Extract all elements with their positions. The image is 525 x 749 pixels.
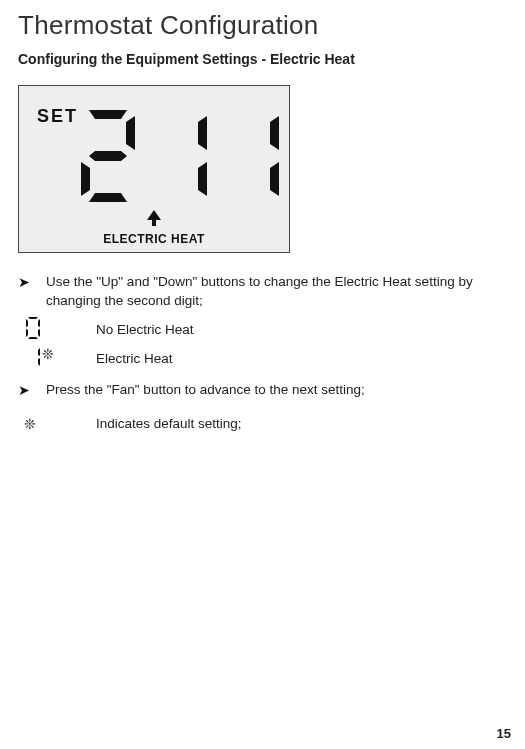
- option-row: No Electric Heat: [26, 317, 507, 342]
- svg-marker-12: [38, 319, 40, 327]
- section-heading: Configuring the Equipment Settings - Ele…: [18, 51, 507, 67]
- page-number: 15: [497, 726, 511, 741]
- digit-2-icon: [81, 110, 135, 202]
- svg-marker-5: [198, 116, 207, 150]
- svg-marker-7: [270, 116, 279, 150]
- arrow-up-icon: [147, 210, 161, 230]
- svg-marker-11: [26, 319, 28, 327]
- svg-marker-16: [38, 348, 40, 356]
- lcd-set-label: SET: [37, 106, 78, 127]
- footnote-star-icon: ❊: [24, 416, 36, 432]
- footnote-text: Indicates default setting;: [96, 416, 242, 431]
- option-row: ❊ Electric Heat: [26, 346, 507, 371]
- seven-seg-1-icon: [26, 346, 40, 371]
- instruction-text: Press the "Fan" button to advance to the…: [46, 381, 507, 400]
- svg-marker-2: [89, 151, 127, 161]
- default-star-icon: ❊: [42, 347, 54, 361]
- instruction-list: ➤ Use the "Up" and "Down" buttons to cha…: [18, 273, 507, 311]
- svg-marker-8: [270, 162, 279, 196]
- svg-marker-10: [28, 317, 38, 319]
- svg-marker-9: [147, 210, 161, 226]
- instruction-list: ➤ Press the "Fan" button to advance to t…: [18, 381, 507, 401]
- seven-seg-0-icon: [26, 317, 40, 342]
- option-label: No Electric Heat: [96, 322, 194, 337]
- svg-marker-6: [198, 162, 207, 196]
- lcd-footer-label: ELECTRIC HEAT: [19, 232, 289, 246]
- list-item: ➤ Press the "Fan" button to advance to t…: [18, 381, 507, 401]
- instruction-text: Use the "Up" and "Down" buttons to chang…: [46, 273, 507, 311]
- svg-marker-17: [38, 358, 40, 366]
- option-label: Electric Heat: [96, 351, 173, 366]
- svg-marker-1: [126, 116, 135, 150]
- svg-marker-15: [28, 337, 38, 339]
- svg-marker-13: [26, 329, 28, 337]
- footnote: ❊ Indicates default setting;: [18, 416, 507, 432]
- svg-marker-4: [89, 193, 127, 202]
- bullet-icon: ➤: [18, 381, 32, 401]
- svg-marker-3: [81, 162, 90, 196]
- lcd-display: SET: [18, 85, 290, 253]
- digit-1-icon: [225, 110, 279, 202]
- svg-marker-0: [89, 110, 127, 119]
- bullet-icon: ➤: [18, 273, 32, 293]
- digit-1-icon: [153, 110, 207, 202]
- lcd-digits: [81, 110, 279, 202]
- page-title: Thermostat Configuration: [18, 10, 507, 41]
- svg-marker-14: [38, 329, 40, 337]
- list-item: ➤ Use the "Up" and "Down" buttons to cha…: [18, 273, 507, 311]
